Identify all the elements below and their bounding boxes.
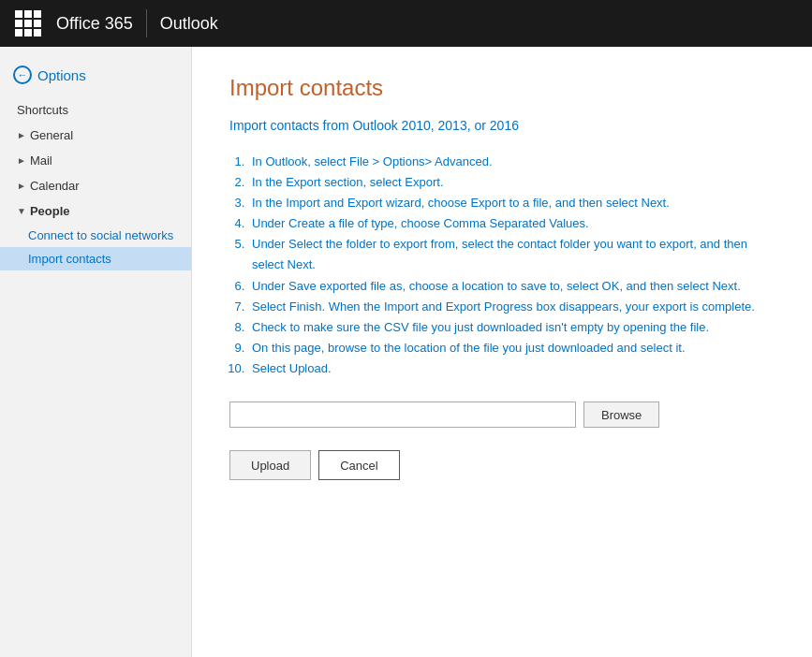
sidebar-subitem-connect-social[interactable]: Connect to social networks (0, 224, 191, 247)
page-title: Import contacts (229, 75, 775, 101)
list-item: Check to make sure the CSV file you just… (248, 317, 775, 338)
list-item: On this page, browse to the location of … (248, 338, 775, 358)
list-item: Under Select the folder to export from, … (248, 234, 775, 275)
waffle-button[interactable] (9, 5, 47, 42)
sidebar-item-mail[interactable]: ► Mail (0, 148, 191, 173)
calendar-label: Calendar (30, 179, 80, 193)
layout: ← Options Shortcuts ► General ► Mail ► C… (0, 47, 812, 657)
file-upload-row: Browse (229, 402, 775, 428)
general-label: General (30, 128, 73, 142)
sidebar-item-people[interactable]: ▼ People (0, 198, 191, 224)
list-item: Select Finish. When the Import and Expor… (248, 297, 775, 317)
shortcuts-label: Shortcuts (17, 103, 68, 117)
topbar-app: Outlook (160, 14, 218, 34)
options-label: Options (37, 67, 86, 83)
sidebar: ← Options Shortcuts ► General ► Mail ► C… (0, 47, 192, 657)
list-item: Under Create a file of type, choose Comm… (248, 213, 775, 234)
browse-button[interactable]: Browse (583, 402, 659, 428)
people-label: People (30, 204, 70, 218)
arrow-icon-general: ► (17, 130, 26, 140)
sidebar-item-general[interactable]: ► General (0, 123, 191, 148)
arrow-icon-people: ▼ (17, 206, 26, 216)
cancel-button[interactable]: Cancel (318, 450, 399, 480)
subtitle: Import contacts from Outlook 2010, 2013,… (229, 118, 775, 133)
sidebar-item-calendar[interactable]: ► Calendar (0, 173, 191, 198)
back-icon: ← (13, 66, 32, 84)
arrow-icon-calendar: ► (17, 181, 26, 191)
upload-button[interactable]: Upload (229, 450, 311, 480)
list-item: Select Upload. (248, 358, 775, 379)
topbar-divider (146, 9, 147, 37)
sidebar-subitem-import-contacts[interactable]: Import contacts (0, 247, 191, 270)
import-contacts-label: Import contacts (28, 252, 111, 266)
main-content: Import contacts Import contacts from Out… (192, 47, 812, 657)
list-item: Under Save exported file as, choose a lo… (248, 276, 775, 297)
topbar: Office 365 Outlook (0, 0, 812, 47)
file-input[interactable] (229, 402, 576, 428)
waffle-icon (15, 10, 41, 36)
list-item: In the Export section, select Export. (248, 172, 775, 193)
topbar-product: Office 365 (56, 14, 133, 34)
connect-social-label: Connect to social networks (28, 228, 173, 242)
action-row: Upload Cancel (229, 450, 775, 480)
sidebar-item-shortcuts[interactable]: Shortcuts (0, 97, 191, 123)
mail-label: Mail (30, 153, 52, 168)
arrow-icon-mail: ► (17, 155, 26, 166)
options-back-button[interactable]: ← Options (0, 56, 191, 97)
list-item: In Outlook, select File > Options> Advan… (248, 152, 775, 172)
list-item: In the Import and Export wizard, choose … (248, 193, 775, 213)
instructions-list: In Outlook, select File > Options> Advan… (248, 152, 775, 379)
